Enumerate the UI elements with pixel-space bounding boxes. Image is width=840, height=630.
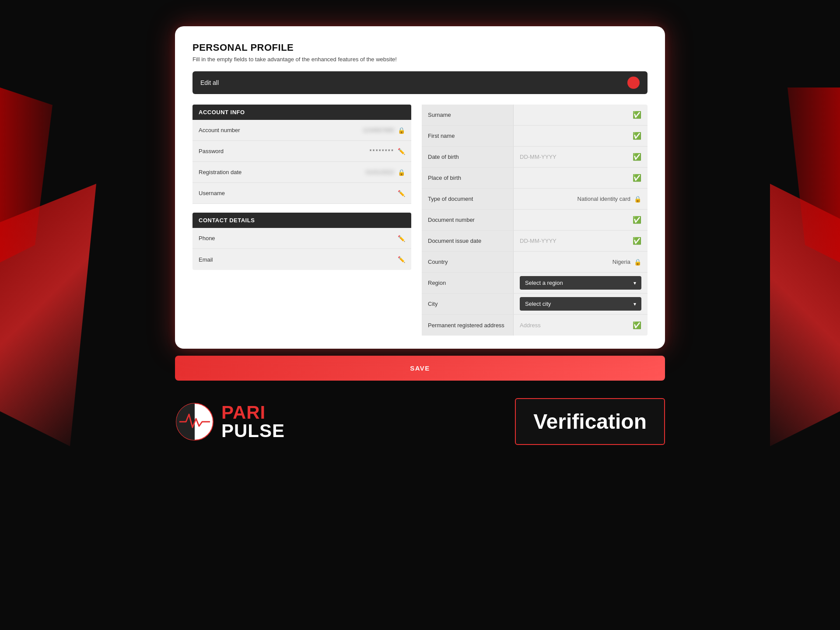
password-row: Password ******** ✏️: [192, 141, 411, 162]
dob-label: Date of birth: [422, 147, 514, 167]
first-name-label: First name: [422, 126, 514, 146]
edit-all-label: Edit all: [200, 79, 219, 86]
pob-label: Place of birth: [422, 168, 514, 188]
doc-type-row: Type of document National identity card …: [422, 189, 648, 210]
dob-input[interactable]: [520, 154, 633, 160]
doc-number-label: Document number: [422, 210, 514, 230]
address-label: Permanent registered address: [422, 315, 514, 336]
account-number-row: Account number 1234567890 🔒: [192, 120, 411, 141]
doc-type-value-area: National identity card 🔒: [514, 196, 648, 203]
right-panel: Surname ✅ First name ✅ Date of: [422, 105, 648, 336]
account-number-value: 1234567890 🔒: [269, 127, 405, 134]
doc-issue-date-label: Document issue date: [422, 231, 514, 251]
first-name-input[interactable]: [520, 133, 633, 139]
logo-area: PARI PULSE: [175, 402, 285, 441]
registration-date-value: 01/01/2022 🔒: [269, 169, 405, 176]
registration-date-lock-icon: 🔒: [398, 169, 405, 176]
dob-row: Date of birth ✅: [422, 147, 648, 168]
phone-value: ✏️: [269, 235, 405, 242]
doc-type-value: National identity card: [520, 196, 630, 202]
email-label: Email: [199, 256, 269, 263]
surname-label: Surname: [422, 105, 514, 125]
doc-number-input[interactable]: [520, 217, 633, 223]
doc-type-lock-icon: 🔒: [634, 196, 641, 203]
contact-details-header: CONTACT DETAILS: [192, 213, 411, 228]
city-dropdown-area[interactable]: Select city ▾: [514, 297, 648, 311]
surname-input-area: ✅: [514, 111, 648, 119]
country-value: Nigeria: [520, 259, 630, 265]
surname-input[interactable]: [520, 112, 633, 118]
account-number-label: Account number: [199, 127, 269, 133]
registration-date-row: Registration date 01/01/2022 🔒: [192, 162, 411, 183]
dob-check-icon: ✅: [633, 153, 641, 161]
username-row: Username ✏️: [192, 183, 411, 204]
verification-text: Verification: [533, 410, 647, 433]
account-number-blurred: 1234567890: [363, 127, 394, 133]
address-check-icon: ✅: [633, 321, 641, 329]
phone-label: Phone: [199, 235, 269, 242]
dob-input-area: ✅: [514, 153, 648, 161]
doc-type-label: Type of document: [422, 189, 514, 209]
city-label: City: [422, 294, 514, 314]
region-dropdown[interactable]: Select a region ▾: [520, 276, 641, 290]
password-value-area: ******** ✏️: [269, 148, 405, 155]
country-label: Country: [422, 252, 514, 272]
surname-check-icon: ✅: [633, 111, 641, 119]
registration-date-label: Registration date: [199, 169, 269, 175]
region-label: Region: [422, 273, 514, 293]
first-name-check-icon: ✅: [633, 132, 641, 140]
registration-date-blurred: 01/01/2022: [366, 169, 394, 175]
doc-issue-date-check-icon: ✅: [633, 237, 641, 245]
region-dropdown-text: Select a region: [525, 280, 563, 286]
pob-input-area: ✅: [514, 174, 648, 182]
logo-pari: PARI: [221, 403, 285, 422]
surname-row: Surname ✅: [422, 105, 648, 126]
account-number-lock-icon: 🔒: [398, 127, 405, 134]
pob-input[interactable]: [520, 175, 633, 181]
country-row: Country Nigeria 🔒: [422, 252, 648, 273]
edit-all-bar[interactable]: Edit all: [192, 71, 648, 94]
save-button-wrapper: SAVE: [175, 356, 665, 381]
address-row: Permanent registered address ✅: [422, 315, 648, 336]
logo-text: PARI PULSE: [221, 403, 285, 440]
verification-box: Verification: [515, 398, 665, 445]
country-lock-icon: 🔒: [634, 259, 641, 266]
doc-issue-date-input-area: ✅: [514, 237, 648, 245]
email-edit-icon[interactable]: ✏️: [398, 256, 405, 263]
logo-pulse: PULSE: [221, 422, 285, 440]
first-name-row: First name ✅: [422, 126, 648, 147]
save-button[interactable]: SAVE: [175, 356, 665, 381]
profile-card: PERSONAL PROFILE Fill in the empty field…: [175, 26, 665, 349]
username-edit-icon[interactable]: ✏️: [398, 190, 405, 197]
left-panel: ACCOUNT INFO Account number 1234567890 🔒…: [192, 105, 411, 336]
form-columns: ACCOUNT INFO Account number 1234567890 🔒…: [192, 105, 648, 336]
first-name-input-area: ✅: [514, 132, 648, 140]
password-edit-icon[interactable]: ✏️: [398, 148, 405, 155]
email-value: ✏️: [269, 256, 405, 263]
city-dropdown[interactable]: Select city ▾: [520, 297, 641, 311]
address-input[interactable]: [520, 322, 633, 329]
card-subtitle: Fill in the empty fields to take advanta…: [192, 56, 648, 63]
doc-number-row: Document number ✅: [422, 210, 648, 231]
region-chevron-icon: ▾: [634, 280, 636, 286]
doc-number-input-area: ✅: [514, 216, 648, 224]
account-info-header: ACCOUNT INFO: [192, 105, 411, 120]
city-row: City Select city ▾: [422, 294, 648, 315]
doc-issue-date-row: Document issue date ✅: [422, 231, 648, 252]
doc-issue-date-input[interactable]: [520, 238, 633, 244]
pob-check-icon: ✅: [633, 174, 641, 182]
username-value: ✏️: [269, 190, 405, 197]
email-row: Email ✏️: [192, 249, 411, 270]
phone-edit-icon[interactable]: ✏️: [398, 235, 405, 242]
bottom-section: PARI PULSE Verification: [175, 398, 665, 445]
doc-number-check-icon: ✅: [633, 216, 641, 224]
address-input-area: ✅: [514, 321, 648, 329]
password-label: Password: [199, 148, 269, 154]
country-value-area: Nigeria 🔒: [514, 259, 648, 266]
city-dropdown-text: Select city: [525, 301, 551, 307]
phone-row: Phone ✏️: [192, 228, 411, 249]
edit-all-toggle[interactable]: [627, 77, 640, 89]
region-dropdown-area[interactable]: Select a region ▾: [514, 276, 648, 290]
password-stars: ********: [370, 148, 394, 154]
card-title: PERSONAL PROFILE: [192, 42, 648, 53]
